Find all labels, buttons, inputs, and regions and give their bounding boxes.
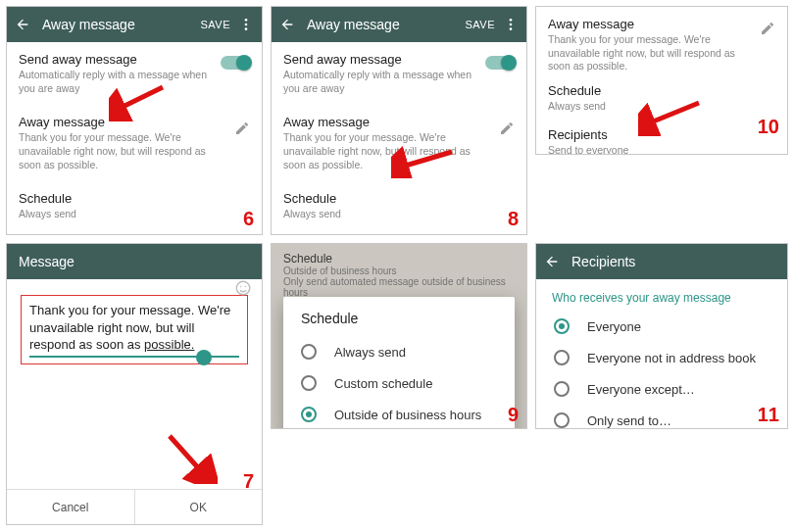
save-button[interactable]: SAVE	[200, 19, 230, 30]
step-number: 11	[758, 404, 779, 426]
schedule-row[interactable]: Schedule Always send	[536, 79, 787, 123]
message-editor: Thank you for your message. We're unavai…	[7, 279, 262, 380]
away-message-row[interactable]: Away message Thank you for your message.…	[7, 105, 262, 181]
away-message-sub: Thank you for your message. We're unavai…	[19, 131, 228, 171]
edit-icon[interactable]	[760, 21, 775, 36]
message-input[interactable]: Thank you for your message. We're unavai…	[29, 302, 239, 358]
svg-line-9	[170, 436, 203, 473]
caret-handle[interactable]	[196, 350, 212, 365]
header-title: Message	[19, 254, 254, 269]
more-icon[interactable]	[238, 17, 254, 32]
more-icon[interactable]	[503, 17, 519, 32]
send-away-sub: Automatically reply with a message when …	[283, 69, 485, 95]
radio-icon	[554, 318, 570, 334]
option-not-in-address-book[interactable]: Everyone not in address book	[536, 342, 787, 373]
away-message-title: Away message	[548, 17, 754, 31]
save-button[interactable]: SAVE	[465, 19, 495, 30]
recipients-row[interactable]: Recipients Send to everyone	[272, 231, 526, 235]
option-label: Everyone not in address book	[587, 351, 756, 365]
recipients-row[interactable]: Recipients Send to everyone	[536, 123, 787, 155]
radio-icon	[554, 350, 570, 365]
recipients-sub: Send to everyone	[548, 144, 775, 155]
away-message-row[interactable]: Away message Thank you for your message.…	[272, 105, 526, 181]
button-bar: Cancel OK	[7, 489, 262, 524]
ok-button[interactable]: OK	[135, 490, 263, 524]
schedule-row[interactable]: Schedule Always send	[7, 181, 262, 231]
schedule-title: Schedule	[548, 83, 775, 98]
svg-point-10	[510, 19, 513, 22]
step-number: 10	[758, 116, 779, 138]
step-number: 7	[243, 470, 254, 493]
svg-point-11	[510, 24, 513, 26]
radio-icon	[301, 344, 317, 360]
radio-icon	[301, 375, 317, 391]
svg-point-1	[245, 24, 248, 26]
panel-8: Away message SAVE Send away message Auto…	[271, 6, 527, 235]
app-header: Away message SAVE	[272, 7, 526, 42]
schedule-sub: Always send	[548, 100, 775, 114]
dialog-title: Schedule	[283, 311, 515, 336]
option-everyone[interactable]: Everyone	[536, 311, 787, 342]
send-away-toggle[interactable]	[485, 56, 515, 70]
radio-icon	[554, 381, 570, 397]
app-header: Message	[7, 244, 262, 279]
send-away-title: Send away message	[19, 52, 221, 67]
edit-icon[interactable]	[234, 121, 250, 136]
away-message-title: Away message	[19, 115, 228, 129]
send-away-toggle[interactable]	[221, 56, 250, 70]
emoji-icon[interactable]	[234, 279, 252, 297]
option-label: Outside of business hours	[334, 408, 481, 422]
send-away-row[interactable]: Send away message Automatically reply wi…	[272, 42, 526, 105]
radio-icon	[554, 412, 570, 428]
edit-icon[interactable]	[499, 121, 515, 136]
option-everyone-except[interactable]: Everyone except…	[536, 373, 787, 405]
panel-11: Recipients Who receives your away messag…	[535, 243, 788, 429]
option-label: Everyone	[587, 319, 641, 334]
svg-point-5	[236, 281, 250, 295]
recipients-subheader: Who receives your away message	[536, 279, 787, 311]
step-number: 6	[243, 208, 254, 230]
send-away-sub: Automatically reply with a message when …	[19, 69, 221, 95]
option-label: Only send to…	[587, 413, 671, 428]
send-away-row[interactable]: Send away message Automatically reply wi…	[7, 42, 262, 105]
recipients-row[interactable]: Recipients Send to everyone	[7, 231, 262, 235]
option-custom-schedule[interactable]: Custom schedule	[283, 367, 515, 399]
arrow-icon	[164, 430, 218, 484]
app-header: Recipients	[536, 244, 787, 279]
schedule-sub: Always send	[19, 208, 250, 221]
back-icon[interactable]	[15, 17, 30, 32]
radio-icon	[301, 407, 317, 422]
option-only-send-to[interactable]: Only send to…	[536, 405, 787, 429]
panel-10: Away message Thank you for your message.…	[535, 6, 788, 155]
schedule-title: Schedule	[283, 191, 515, 206]
cancel-button[interactable]: Cancel	[7, 490, 135, 524]
message-text-a: Thank you for your message. We're unavai…	[29, 303, 230, 352]
message-text-b: possible.	[144, 337, 194, 352]
option-label: Everyone except…	[587, 382, 695, 397]
app-header: Away message SAVE	[7, 7, 262, 42]
svg-point-7	[245, 286, 247, 288]
option-always-send[interactable]: Always send	[283, 336, 515, 367]
message-box: Thank you for your message. We're unavai…	[21, 295, 248, 364]
recipients-title: Recipients	[548, 127, 775, 142]
schedule-dialog: Schedule Always send Custom schedule Out…	[283, 297, 515, 429]
away-message-row[interactable]: Away message Thank you for your message.…	[536, 7, 787, 79]
step-number: 9	[508, 404, 519, 426]
panel-9: Schedule Outside of business hours Only …	[271, 243, 527, 429]
panel-7: Message Thank you for your message. We'r…	[6, 243, 263, 525]
option-label: Custom schedule	[334, 376, 432, 391]
schedule-row[interactable]: Schedule Always send	[272, 181, 526, 231]
svg-point-6	[240, 286, 242, 288]
back-icon[interactable]	[544, 254, 560, 269]
svg-point-0	[245, 19, 248, 22]
panel-6: Away message SAVE Send away message Auto…	[6, 6, 263, 235]
option-outside-hours[interactable]: Outside of business hours	[283, 399, 515, 429]
header-title: Recipients	[571, 254, 779, 269]
away-message-sub: Thank you for your message. We're unavai…	[548, 33, 754, 73]
back-icon[interactable]	[279, 17, 295, 32]
step-number: 8	[508, 208, 519, 230]
svg-point-2	[245, 27, 248, 30]
schedule-title: Schedule	[19, 191, 250, 206]
send-away-title: Send away message	[283, 52, 485, 67]
away-message-sub: Thank you for your message. We're unavai…	[283, 131, 493, 171]
